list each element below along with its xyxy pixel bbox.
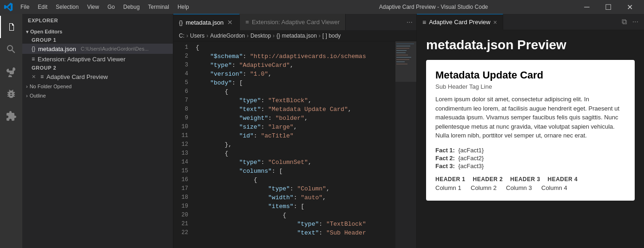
bc-c: C: (179, 33, 184, 39)
code-line: }, (192, 140, 395, 149)
tab-json-icon: {} (179, 19, 183, 26)
col-1: Column 1 (435, 184, 463, 191)
tab-ext-icon: ≡ (245, 19, 249, 26)
code-line: "columns": [ (192, 167, 395, 176)
code-line: "type": "TextBlock" (192, 220, 395, 228)
code-line: "type": "AdaptiveCard", (192, 61, 395, 70)
tab-extension-label: Extension: Adaptive Card Viewer (252, 19, 340, 26)
preview-title: metadata.json Preview (426, 38, 635, 52)
group1-label: Group 1 (22, 36, 173, 44)
activity-bar (0, 14, 22, 248)
card-fact-2: Fact 2: {acFact2} (435, 155, 625, 162)
editor-area: {} metadata.json ✕ ≡ Extension: Adaptive… (173, 14, 416, 248)
code-line: "type": "ColumnSet", (192, 158, 395, 167)
menu-file[interactable]: File (17, 3, 33, 11)
extensions-icon[interactable] (0, 105, 22, 127)
breadcrumb: C: › Users › AudrieGordon › Desktop › {}… (173, 30, 416, 41)
no-folder-section[interactable]: › No Folder Opened (22, 82, 173, 91)
close-button[interactable]: ✕ (619, 0, 640, 14)
header-2: HEADER 2 (473, 176, 503, 183)
search-icon[interactable] (0, 38, 22, 60)
code-line: "id": "acTitle" (192, 131, 395, 140)
preview-tab-label: Adaptive Card Preview (429, 19, 490, 26)
code-editor: 12345 678910 1112131415 1617181920 2122 … (173, 41, 416, 248)
close-item-icon[interactable]: ✕ (32, 74, 36, 80)
preview-tab-icon: ≡ (422, 19, 426, 26)
fact2-label: Fact 2: (435, 155, 455, 162)
menu-terminal[interactable]: Terminal (145, 3, 173, 11)
bc-body: [ ] body (322, 33, 341, 39)
line-numbers: 12345 678910 1112131415 1617181920 2122 (173, 41, 192, 248)
code-line: { (192, 149, 395, 158)
extension-file-icon: ≡ (32, 56, 35, 62)
tab-more-button[interactable]: ··· (403, 18, 416, 26)
menu-edit[interactable]: Edit (34, 3, 51, 11)
card-subtitle: Sub Header Tag Line (435, 83, 625, 90)
code-line: { (192, 211, 395, 220)
code-line: "$schema": "http://adaptivecards.io/sche… (192, 52, 395, 61)
menu-view[interactable]: View (83, 3, 103, 11)
chevron-icon: ▾ (26, 29, 28, 34)
sidebar-item-metadata[interactable]: {} metadata.json C:\Users\AudrieGordon\D… (22, 44, 173, 54)
minimize-button[interactable]: ─ (576, 0, 598, 14)
fact1-label: Fact 1: (435, 147, 455, 154)
json-file-icon: {} (32, 46, 35, 52)
code-line: "width": "auto", (192, 193, 395, 202)
code-line: { (192, 87, 395, 96)
minimap-canvas (395, 41, 416, 248)
header-1: HEADER 1 (435, 176, 466, 183)
code-line: { (192, 176, 395, 184)
maximize-button[interactable]: ☐ (598, 0, 619, 14)
col-4: Column 4 (541, 184, 569, 191)
preview-content: metadata.json Preview Metadata Update Ca… (417, 30, 644, 248)
code-line: "text": "Metadata Update Card", (192, 105, 395, 114)
card-title: Metadata Update Card (435, 69, 625, 81)
menu-debug[interactable]: Debug (119, 3, 143, 11)
main-layout: Explorer ▾ Open Editors Group 1 {} metad… (0, 14, 644, 248)
menu-help[interactable]: Help (174, 3, 193, 11)
sidebar-item-extension1[interactable]: ≡ Extension: Adaptive Card Viewer (22, 54, 173, 64)
card-fact-3: Fact 3: {acFact3} (435, 163, 625, 170)
more-actions-icon[interactable]: ··· (631, 17, 640, 27)
outline-label: Outline (30, 93, 46, 98)
tab-extension[interactable]: ≡ Extension: Adaptive Card Viewer (240, 14, 346, 30)
preview-tab-close[interactable]: × (493, 19, 497, 26)
sidebar: Explorer ▾ Open Editors Group 1 {} metad… (22, 14, 173, 248)
adaptive-preview-label: Adaptive Card Preview (46, 73, 108, 80)
outline-section[interactable]: › Outline (22, 91, 173, 100)
preview-tab[interactable]: ≡ Adaptive Card Preview × (417, 14, 503, 30)
open-editors-toggle[interactable]: ▾ Open Editors (22, 27, 173, 36)
fact3-value: {acFact3} (458, 163, 484, 170)
sidebar-header: Explorer (22, 14, 173, 27)
code-line: "weight": "bolder", (192, 114, 395, 123)
source-control-icon[interactable] (0, 60, 22, 83)
sidebar-item-adaptive-preview[interactable]: ✕ ≡ Adaptive Card Preview (22, 72, 173, 82)
preview-file-icon: ≡ (40, 73, 44, 80)
open-editors-label: Open Editors (30, 29, 62, 34)
menu-selection[interactable]: Selection (52, 3, 82, 11)
split-editor-icon[interactable]: ⧉ (620, 17, 629, 27)
minimap (395, 41, 416, 248)
menu-bar: File Edit Selection View Go Debug Termin… (17, 3, 295, 11)
tab-close-metadata[interactable]: ✕ (226, 18, 234, 27)
col-3: Column 3 (506, 184, 534, 191)
no-folder-label: No Folder Opened (30, 84, 72, 89)
window-title: Adaptive Card Preview - Visual Studio Co… (295, 4, 572, 10)
card-body-text: Lorem ipsum dolor sit amet, consectetur … (435, 95, 625, 140)
svg-rect-11 (395, 41, 416, 82)
code-line: { (192, 43, 395, 52)
code-line: "size": "large", (192, 123, 395, 131)
chevron-outline-icon: › (26, 93, 28, 98)
debug-icon[interactable] (0, 83, 22, 105)
chevron-right-icon: › (26, 84, 28, 89)
preview-controls: ⧉ ··· (620, 17, 644, 27)
files-icon[interactable] (0, 16, 22, 38)
preview-tab-bar: ≡ Adaptive Card Preview × ⧉ ··· (417, 14, 644, 30)
code-content[interactable]: { "$schema": "http://adaptivecards.io/sc… (192, 41, 395, 248)
tab-metadata[interactable]: {} metadata.json ✕ (173, 14, 240, 30)
header-4: HEADER 4 (548, 176, 578, 183)
bc-desktop: Desktop (250, 33, 271, 39)
code-line: "type": "Column", (192, 184, 395, 193)
menu-go[interactable]: Go (104, 3, 118, 11)
code-line: "text": "Sub Header (192, 228, 395, 237)
